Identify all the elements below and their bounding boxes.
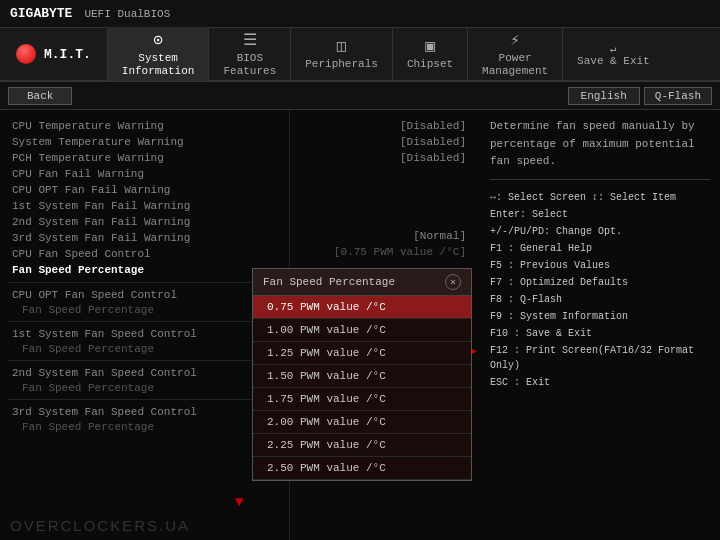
dropdown-header: Fan Speed Percentage ✕ [253,269,471,296]
dual-bios-label: UEFI DualBIOS [84,8,170,20]
qflash-button[interactable]: Q-Flash [644,87,712,105]
nav-bar: M.I.T. ⊙ SystemInformation ☰ BIOSFeature… [0,28,720,82]
nav-label-peripherals: Peripherals [305,58,378,71]
mit-dot-icon [16,44,36,64]
menu-item-cpu-fan-ctrl[interactable]: CPU Fan Speed Control [0,246,289,262]
dropdown-option-7[interactable]: 2.25 PWM value /°C [253,434,471,457]
divider4 [8,399,281,400]
menu-item-sys-temp-warn[interactable]: System Temperature Warning [0,134,289,150]
menu-sub-sys2-pct[interactable]: Fan Speed Percentage [0,381,289,395]
menu-item-sys2-fan-ctrl[interactable]: 2nd System Fan Speed Control [0,365,289,381]
peripherals-icon: ◫ [337,36,347,56]
nav-label-bios-features: BIOSFeatures [223,52,276,78]
nav-label-save-exit: Save & Exit [577,55,650,67]
menu-item-cpu-temp-warn[interactable]: CPU Temperature Warning [0,118,289,134]
left-panel: CPU Temperature Warning System Temperatu… [0,110,290,540]
key-hint-arrows: ↔: Select Screen ↕: Select Item [490,190,710,205]
menu-item-sys3-fan-ctrl[interactable]: 3rd System Fan Speed Control [0,404,289,420]
val-sys2-pct: [0.75 PWM value /°C] [296,244,474,260]
dropdown-option-2[interactable]: 1.00 PWM value /°C [253,319,471,342]
menu-sub-cpu-opt-pct[interactable]: Fan Speed Percentage [0,303,289,317]
menu-item-cpu-fan-fail[interactable]: CPU Fan Fail Warning [0,166,289,182]
dropdown-option-3[interactable]: 1.25 PWM value /°C [253,342,471,365]
brand-logo: GIGABYTE [10,6,72,21]
fan-speed-dropdown: Fan Speed Percentage ✕ 0.75 PWM value /°… [252,268,472,481]
key-hint-f1: F1 : General Help [490,241,710,256]
right-panel: Determine fan speed manually by percenta… [480,110,720,540]
dropdown-option-8[interactable]: 2.50 PWM value /°C [253,457,471,480]
dropdown-option-5[interactable]: 1.75 PWM value /°C [253,388,471,411]
nav-item-save-exit[interactable]: ↵ Save & Exit [563,27,664,81]
menu-item-fan-speed-pct[interactable]: Fan Speed Percentage [0,262,289,278]
menu-item-pch-temp-warn[interactable]: PCH Temperature Warning [0,150,289,166]
main-content: CPU Temperature Warning System Temperatu… [0,110,720,540]
language-button[interactable]: English [568,87,640,105]
val-sys2-ctrl: [Normal] [296,228,474,244]
key-hint-enter: Enter: Select [490,207,710,222]
nav-label-system-info: SystemInformation [122,52,195,78]
val-sys-temp: [Disabled] [296,134,474,150]
menu-item-sys2-fan-fail[interactable]: 2nd System Fan Fail Warning [0,214,289,230]
key-hint-f9: F9 : System Information [490,309,710,324]
dropdown-option-1[interactable]: 0.75 PWM value /°C [253,296,471,319]
back-button[interactable]: Back [8,87,72,105]
system-info-icon: ⊙ [153,30,163,50]
menu-item-cpu-opt-fail[interactable]: CPU OPT Fan Fail Warning [0,182,289,198]
nav-label-power: PowerManagement [482,52,548,78]
val-cpu-temp: [Disabled] [296,118,474,134]
nav-label-chipset: Chipset [407,58,453,71]
nav-item-chipset[interactable]: ▣ Chipset [393,27,468,81]
nav-item-system-info[interactable]: ⊙ SystemInformation [108,27,210,81]
key-hint-f10: F10 : Save & Exit [490,326,710,341]
arrow-bottom-icon: ▼ [235,494,243,510]
key-hint-change: +/-/PU/PD: Change Opt. [490,224,710,239]
watermark: OVERCLOCKERS.UA [10,517,190,534]
nav-item-power[interactable]: ⚡ PowerManagement [468,27,563,81]
key-hint-f8: F8 : Q-Flash [490,292,710,307]
menu-sub-sys3-pct[interactable]: Fan Speed Percentage [0,420,289,434]
nav-item-peripherals[interactable]: ◫ Peripherals [291,27,393,81]
save-exit-icon: ↵ [610,42,617,55]
key-hint-f5: F5 : Previous Values [490,258,710,273]
dropdown-option-4[interactable]: 1.50 PWM value /°C [253,365,471,388]
dropdown-close-button[interactable]: ✕ [445,274,461,290]
menu-item-sys1-fan-fail[interactable]: 1st System Fan Fail Warning [0,198,289,214]
menu-item-cpu-opt-ctrl[interactable]: CPU OPT Fan Speed Control [0,287,289,303]
val-pch-temp: [Disabled] [296,150,474,166]
nav-item-bios-features[interactable]: ☰ BIOSFeatures [209,27,291,81]
menu-item-sys1-fan-ctrl[interactable]: 1st System Fan Speed Control [0,326,289,342]
toolbar: Back English Q-Flash [0,82,720,110]
key-hint-f7: F7 : Optimized Defaults [490,275,710,290]
right-divider1 [490,179,710,180]
divider3 [8,360,281,361]
key-hint-esc: ESC : Exit [490,375,710,390]
mit-label: M.I.T. [44,47,91,62]
nav-item-mit[interactable]: M.I.T. [0,27,108,81]
dropdown-option-6[interactable]: 2.00 PWM value /°C [253,411,471,434]
chipset-icon: ▣ [425,36,435,56]
bios-features-icon: ☰ [243,30,257,50]
menu-sub-sys1-pct[interactable]: Fan Speed Percentage [0,342,289,356]
dropdown-title: Fan Speed Percentage [263,276,395,288]
brand-bar: GIGABYTE UEFI DualBIOS [0,0,720,28]
divider2 [8,321,281,322]
menu-item-sys3-fan-fail[interactable]: 3rd System Fan Fail Warning [0,230,289,246]
key-hints: ↔: Select Screen ↕: Select Item Enter: S… [490,190,710,390]
key-hint-f12: F12 : Print Screen(FAT16/32 Format Only) [490,343,710,373]
divider1 [8,282,281,283]
help-description: Determine fan speed manually by percenta… [490,118,710,171]
power-icon: ⚡ [510,30,520,50]
